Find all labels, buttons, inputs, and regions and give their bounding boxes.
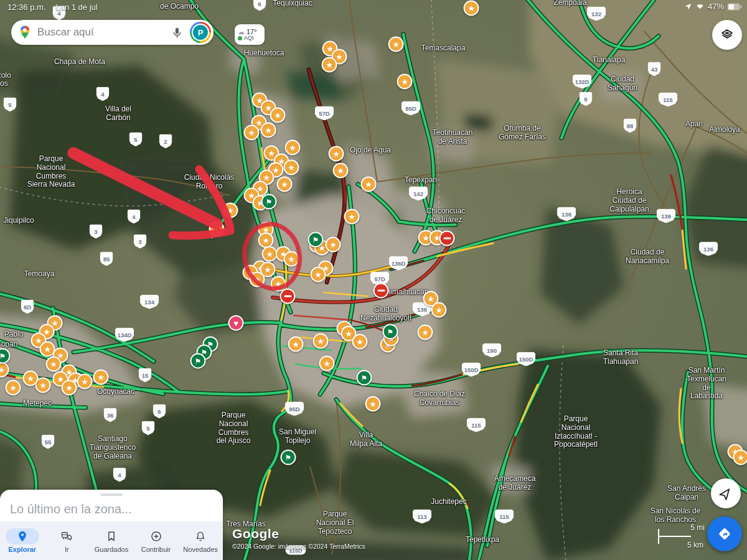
tab-label: Contribuir	[141, 546, 171, 553]
directions-icon	[716, 526, 733, 542]
aqi-dot-icon	[238, 36, 242, 40]
google-maps-app: de OcampoTequixquiacZempoalaHuehuetocaTe…	[0, 0, 747, 560]
maps-pin-logo-icon	[19, 24, 31, 40]
explore-pin-icon	[6, 528, 39, 544]
status-bar-left: 12:36 p.m. Lun 1 de jul	[7, 2, 98, 12]
search-bar[interactable]: Buscar aquí P	[11, 20, 214, 45]
battery-percent: 47%	[708, 2, 724, 11]
tab-ir[interactable]: Ir	[45, 521, 90, 560]
tab-label: Novedades	[183, 546, 218, 553]
tab-explorar[interactable]: Explorar	[0, 521, 45, 560]
scale-km: 5 km	[687, 541, 703, 549]
map-scale: 5 mi 5 km	[654, 525, 706, 548]
status-time: 12:36 p.m.	[7, 2, 45, 12]
wifi-icon	[695, 2, 705, 11]
navigation-arrow-icon	[718, 486, 733, 501]
mic-icon[interactable]	[171, 26, 184, 39]
tab-guardados[interactable]: Guardados	[89, 521, 134, 560]
status-date: Lun 1 de jul	[55, 2, 97, 12]
satellite-map-canvas[interactable]	[0, 0, 747, 560]
tab-novedades[interactable]: Novedades	[178, 521, 223, 560]
location-arrow-icon	[684, 2, 692, 11]
tab-label: Ir	[65, 546, 69, 553]
google-logo: Google	[232, 526, 279, 541]
drag-handle[interactable]	[100, 493, 123, 496]
add-circle-icon	[139, 528, 173, 544]
my-location-button[interactable]	[711, 478, 741, 508]
transit-icon	[50, 528, 83, 544]
status-bar-right: 47%	[684, 2, 742, 11]
map-copyright: ©2024 Google: imágenes ©2024 TerraMetric…	[232, 543, 365, 550]
tab-label: Guardados	[95, 546, 128, 553]
account-avatar[interactable]: P	[190, 22, 211, 43]
scale-miles: 5 mi	[690, 523, 705, 532]
weather-chip[interactable]: ☁17° AQI	[235, 24, 265, 45]
layers-button[interactable]	[712, 20, 742, 50]
directions-fab[interactable]	[707, 516, 742, 551]
sheet-title: Lo último en la zona...	[10, 502, 223, 516]
battery-icon	[727, 2, 742, 11]
cloud-icon: ☁	[238, 28, 245, 35]
tab-label: Explorar	[8, 546, 36, 553]
bottom-navigation: Explorar Ir Guardados Contribuir Novedad…	[0, 521, 223, 560]
tab-contribuir[interactable]: Contribuir	[134, 521, 179, 560]
terrain-shading	[0, 0, 747, 560]
bell-icon	[184, 528, 217, 544]
bookmark-icon	[95, 528, 128, 544]
search-input[interactable]: Buscar aquí	[37, 26, 171, 39]
bottom-sheet[interactable]: Lo último en la zona... Explorar Ir Guar…	[0, 490, 223, 560]
layers-icon	[720, 27, 735, 42]
aqi-label: AQI	[244, 35, 254, 42]
avatar-letter: P	[192, 24, 209, 41]
weather-temp: 17°	[247, 28, 257, 35]
